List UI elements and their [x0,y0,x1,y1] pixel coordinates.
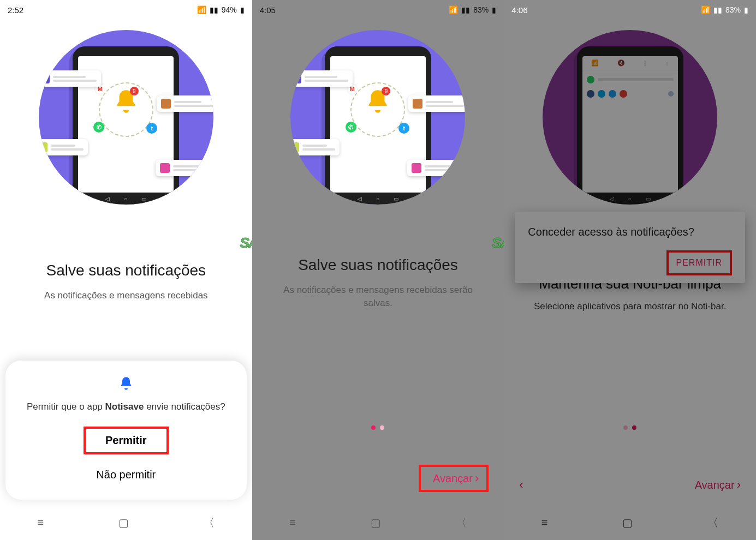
android-navbar[interactable]: ≡ ▢ 〈 [0,505,252,540]
battery-icon: ▮ [744,5,748,14]
status-time: 4:06 [511,5,527,15]
signal-icon: ▮▮ [713,5,722,14]
modal-overlay [504,0,756,540]
bell-badge: 9 [130,87,139,95]
hero-illustration: 9 M ✆ t ◁○▭ [39,30,213,205]
battery-icon: ▮ [240,5,245,14]
status-time: 2:52 [8,5,23,15]
recents-icon[interactable]: ≡ [289,517,296,529]
notif-card [39,70,101,87]
battery-icon: ▮ [492,5,496,14]
status-right: 📶 ▮▮ 83% ▮ [701,5,748,14]
screenshot-2: 4:05 📶 ▮▮ 83% ▮ 9 M ✆ t ◁○▭ [252,0,504,540]
watermark: SA [492,235,504,251]
notif-card [157,95,213,112]
home-icon[interactable]: ▢ [371,516,381,529]
onboarding-actions: Avançar › [252,465,504,492]
status-right: 📶 ▮▮ 83% ▮ [449,5,496,14]
whatsapp-icon: ✆ [93,122,104,133]
notif-card [407,160,465,176]
status-bar: 2:52 📶 ▮▮ 94% ▮ [0,0,252,20]
dot-active [371,425,376,430]
back-icon[interactable]: 〈 [204,515,215,530]
wifi-icon: 📶 [449,5,458,14]
chevron-right-icon: › [475,471,479,485]
status-bar: 4:05 📶 ▮▮ 83% ▮ [252,0,504,20]
bell-icon: 9 [364,88,391,115]
page-subtitle: As notificações e mensagens recebidas se… [269,284,488,310]
battery-text: 83% [473,5,489,14]
android-navbar[interactable]: ≡ ▢ 〈 [252,505,504,540]
whatsapp-icon: ✆ [346,122,356,133]
back-icon[interactable]: 〈 [456,515,467,530]
signal-icon: ▮▮ [461,5,470,14]
wifi-icon: 📶 [701,5,710,14]
hero-illustration: 9 M ✆ t ◁○▭ [290,30,465,205]
dialog-message: Permitir que o app Notisave envie notifi… [19,400,234,413]
notif-card [39,139,88,155]
home-icon[interactable]: ▢ [118,516,129,529]
twitter-icon: t [146,123,157,134]
allow-button[interactable]: Permitir [84,427,169,454]
screenshot-3: 📶 🔇 ᛒ ↕ ◁○▭ [504,0,756,540]
bell-badge: 9 [382,87,390,95]
notif-card [408,95,465,112]
signal-icon: ▮▮ [210,5,218,14]
notif-card [290,139,340,155]
status-right: 📶 ▮▮ 94% ▮ [197,5,245,14]
bell-icon [19,376,234,395]
page-indicator [252,425,504,430]
page-subtitle: As notificações e mensagens recebidas [16,289,236,302]
page-title: Salve suas notificações [252,256,504,274]
notif-card [290,70,353,87]
dot [380,425,384,430]
recents-icon[interactable]: ≡ [37,517,44,529]
screenshot-1: 2:52 📶 ▮▮ 94% ▮ 9 M ✆ t ◁○▭ [0,0,252,540]
status-bar: 4:06 📶 ▮▮ 83% ▮ [504,0,756,20]
deny-button[interactable]: Não permitir [19,461,234,489]
bell-icon: 9 [112,88,140,115]
notif-card [156,160,213,176]
next-button[interactable]: Avançar › [419,465,489,492]
page-title: Salve suas notificações [0,262,252,279]
battery-text: 83% [725,5,741,14]
battery-text: 94% [222,5,237,14]
wifi-icon: 📶 [197,5,206,14]
twitter-icon: t [398,123,409,134]
status-time: 4:05 [260,5,276,15]
permission-dialog: Permitir que o app Notisave envie notifi… [5,361,247,500]
watermark: SA [240,235,252,251]
